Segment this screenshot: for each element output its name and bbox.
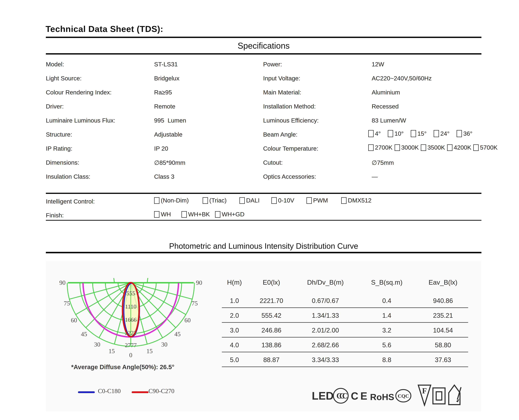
spec-label: Luminous Efficiency: [263,117,319,124]
table-header: S_B(sq.m) [358,278,416,286]
table-cell: 4.0 [222,341,247,349]
option-label: 4200K [454,144,471,151]
divider-photometric [46,252,481,253]
table-cell: 58.80 [417,341,469,349]
table-header: Eav_B(lx) [417,278,469,286]
spec-label: Installation Method: [263,103,316,110]
table-cell: 2.0 [222,312,247,319]
colour-temp-option: 2700K [368,144,393,151]
beam-angle-option: 24° [434,130,450,137]
legend-label: C90-C270 [148,388,174,395]
table-cell: 1.34/1.33 [297,312,353,319]
spec-label: Optics Accessories: [263,173,316,180]
option-label: WH+BK [188,211,210,218]
checkbox[interactable] [395,144,400,151]
angle-label: 90 [59,279,66,286]
checkbox[interactable] [447,144,452,151]
table-cell: 0.4 [358,297,416,304]
table-cell: 37.63 [417,356,469,364]
beam-angle-option: 4° [368,130,381,137]
table-cell: 2.68/2.66 [297,341,353,349]
table-cell: 5.6 [358,341,416,349]
tds-page: Technical Data Sheet (TDS): Specificatio… [0,0,519,420]
spec-label: Intelligent Control: [46,198,95,205]
table-cell: 246.86 [245,327,297,334]
spec-value: ∅75mm [372,159,394,166]
table-cell: 2.01/2.00 [297,327,353,334]
table-cell: 5.0 [222,356,247,364]
spec-label: Beam Angle: [263,131,298,138]
colour-temp-option: 3000K [395,144,419,151]
checkbox[interactable] [306,197,312,204]
checkbox[interactable] [271,197,277,204]
angle-label: 15 [146,348,153,354]
checkbox[interactable] [421,144,426,151]
spec-value: Bridgelux [154,75,179,82]
table-cell: 1.0 [222,297,247,304]
ring-label: 2222 [125,330,137,336]
beam-angle-options: 4° 10° 15° 24° 36° [368,130,473,137]
spec-label: Model: [46,61,64,68]
option-label: 4° [375,130,381,137]
spec-label: Driver: [46,103,64,110]
spec-label: Luminaire Luminous Flux: [46,117,115,124]
spec-label: Insulation Class: [46,173,90,180]
ring-label: 1110 [125,303,136,310]
checkbox[interactable] [368,130,374,137]
checkbox[interactable] [368,144,374,151]
legend-swatch-c0-c180 [78,391,95,393]
table-cell: 2221.70 [245,297,297,304]
spec-value: Ra≥95 [154,89,172,96]
checkbox[interactable] [154,197,160,204]
spec-value: Adjustable [154,131,182,138]
spec-value: 83 Lumen/W [372,117,406,124]
spec-label: Finish: [46,212,64,219]
option-label: 5700K [480,144,497,151]
spec-value: Class 3 [154,173,174,180]
spec-label: Input Voltage: [263,75,300,82]
legend-label: C0-C180 [98,388,121,395]
checkbox[interactable] [388,130,393,137]
checkbox[interactable] [473,144,479,151]
spec-label: Light Source: [46,75,82,82]
spec-value: Aluminium [372,89,400,96]
divider-control [46,193,481,194]
table-row-divider [222,337,468,338]
table-row-divider [222,352,468,352]
checkbox[interactable] [182,211,187,218]
table-cell: 8.8 [358,356,416,364]
table-cell: 235.21 [417,312,469,319]
spec-value: Remote [154,103,176,110]
rohs-mark: RoHS [370,392,394,402]
table-row-divider [222,308,468,308]
divider-top [46,37,481,38]
checkbox[interactable] [411,130,416,137]
ccc-mark-icon: CCC [333,385,349,406]
table-cell: 555.42 [245,312,297,319]
table-cell: 138.86 [245,341,297,349]
checkbox[interactable] [215,211,220,218]
checkbox[interactable] [341,197,347,204]
checkbox[interactable] [203,197,208,204]
angle-label: 30 [161,341,168,348]
spec-value: — [372,173,378,180]
checkbox[interactable] [434,130,439,137]
spec-value: AC220~240V,50/60Hz [372,75,432,82]
colour-temperature-options: 2700K 3000K 3500K 4200K 5700K [368,144,497,151]
angle-label-zero: 0 [129,352,132,359]
table-cell: 940.86 [417,297,469,304]
spec-value: ST-LS31 [154,61,178,68]
checkbox[interactable] [457,130,462,137]
spec-value: Recessed [372,103,399,110]
checkbox[interactable] [239,197,245,204]
angle-label: 15 [108,348,115,354]
table-row-divider [222,322,468,323]
finish-option: WH+GD [215,211,244,218]
cqc-mark-icon: CQC [395,388,412,403]
spec-label: Main Material: [263,89,301,96]
option-label: 10° [395,130,404,137]
checkbox[interactable] [154,211,160,218]
ring-label: 2777 [125,342,137,348]
cqc-mark-label: CQC [398,393,409,399]
table-header: Dh/Dv_B(m) [297,278,353,286]
